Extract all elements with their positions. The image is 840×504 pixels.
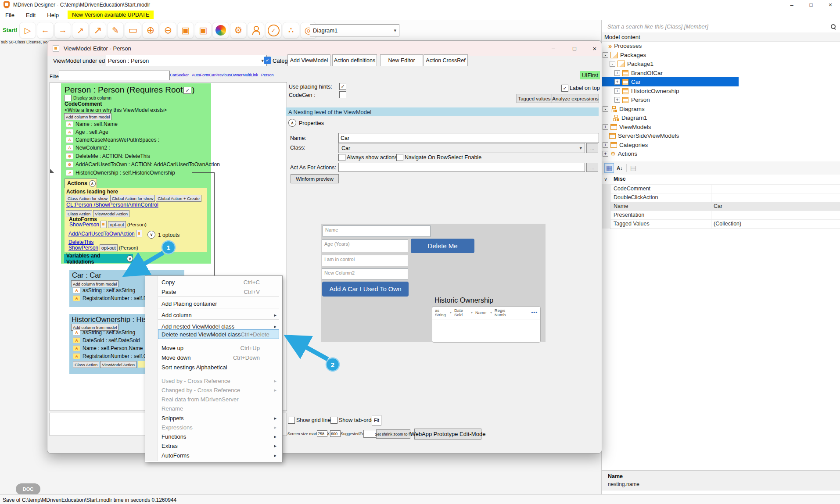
filter-icon[interactable] (470, 311, 473, 314)
codegen-checkbox[interactable] (339, 91, 346, 98)
user-link-icon[interactable] (248, 22, 264, 39)
historic-row-name[interactable]: Name : self.Person.Name (73, 345, 143, 351)
set-shrink-zoom-button[interactable]: Set shrink zoom to fit (376, 429, 410, 439)
tree-expander[interactable]: - (603, 52, 608, 58)
tree-item-categories[interactable]: +Categories (603, 140, 648, 150)
filter-icon[interactable] (490, 311, 492, 314)
grid-row-codecomment[interactable]: CodeComment (614, 184, 650, 193)
menu-used-by-crossref[interactable]: Used by - Cross Reference▸ (157, 376, 281, 385)
sort-az-icon[interactable]: A↓ (615, 164, 624, 172)
tree-expander[interactable]: + (603, 151, 608, 157)
search-icon[interactable] (831, 24, 836, 29)
add-column-from-model-button[interactable]: Add column from model (71, 280, 118, 287)
viewmodel-under-edit-combo[interactable]: Person : Person (105, 55, 267, 66)
form-doc-icon[interactable] (136, 230, 142, 237)
frame-select-icon[interactable] (125, 22, 141, 39)
menu-add-nested-viewmodel-class[interactable]: Add nested ViewModel class▸ (157, 322, 281, 331)
opt-out-button[interactable]: opt-out (108, 221, 126, 228)
tree-expander[interactable]: + (614, 97, 620, 103)
run-icon[interactable] (19, 22, 36, 39)
person-row-deleteme[interactable]: DeleteMe : ACTION: DeleteThis (66, 153, 150, 159)
menu-rename[interactable]: Rename (157, 404, 281, 413)
add-a-car-button[interactable]: Add A Car I Used To Own (322, 282, 409, 297)
chevron-down-icon[interactable]: ∨ (604, 176, 607, 182)
menu-move-up[interactable]: Move upCtrl+Up (157, 343, 281, 352)
table-menu-dots[interactable]: ••• (531, 310, 538, 315)
collapse-actions-icon[interactable] (89, 180, 96, 187)
grid-row-doubleclickaction[interactable]: DoubleClickAction (614, 193, 658, 202)
tree-expander[interactable]: + (614, 70, 620, 76)
menu-sort-nestings[interactable]: Sort nestings Alphabetical (157, 363, 281, 372)
collapse-properties-icon[interactable] (288, 119, 296, 127)
categorized-icon[interactable]: ▦ (604, 163, 614, 173)
doc-button[interactable]: DOC (16, 483, 40, 495)
filter-input[interactable] (59, 71, 170, 80)
zoom-out-icon[interactable] (160, 22, 176, 39)
color-wheel-icon[interactable] (212, 22, 229, 39)
person-row-historicownership[interactable]: HistoricOwnership : self.HistoricOwnersh… (66, 170, 175, 176)
menu-move-down[interactable]: Move downCtrl+Down (157, 353, 281, 362)
tree-expander[interactable]: + (614, 79, 620, 85)
tree-item-packages[interactable]: -Packages (603, 50, 646, 60)
menu-file[interactable]: File (3, 12, 17, 18)
tree-item-person[interactable]: +Person (614, 95, 650, 104)
name-input[interactable] (338, 133, 599, 143)
minimize-button[interactable]: – (782, 0, 801, 10)
nodes-icon[interactable] (283, 22, 299, 39)
menu-autoforms[interactable]: AutoForms▸ (157, 451, 281, 460)
back-icon[interactable] (37, 22, 54, 39)
action-crossref-button[interactable]: Action CrossRef (424, 54, 468, 66)
col-asstring[interactable]: as String (435, 308, 449, 317)
zoom-in-icon[interactable] (142, 22, 159, 39)
grid-row-taggedvalues-value[interactable]: (Collection) (714, 219, 741, 228)
preview-control-field[interactable]: I am in control (322, 255, 408, 266)
uifirst-badge[interactable]: UIFirst (580, 71, 600, 79)
action-definitions-button[interactable]: Action definitions (332, 54, 377, 66)
validate-icon[interactable] (265, 22, 282, 39)
preview-newcolumn2-field[interactable]: New Column2 (322, 268, 408, 279)
webapp-prototype-button[interactable]: WebApp Prototype Edit-Mode (414, 429, 481, 440)
categ-checkbox[interactable] (264, 57, 271, 64)
viewmodel-window-icon[interactable] (177, 22, 194, 39)
viewmodel-action-button[interactable]: ViewModel Action (93, 210, 129, 217)
menu-changed-by-crossref[interactable]: Changed by - Cross Reference▸ (157, 386, 281, 394)
menu-add-column[interactable]: Add column▸ (157, 311, 281, 319)
class-combo[interactable]: Car (338, 143, 585, 153)
tree-expander[interactable]: - (603, 106, 608, 112)
navigate-rowselect-checkbox[interactable] (396, 154, 403, 161)
tree-item-historicownership[interactable]: +HistoricOwnership (614, 86, 679, 96)
analyze-expressions-button[interactable]: Analyze expressions (552, 94, 599, 103)
person-row-name[interactable]: Name : self.Name (66, 121, 118, 127)
showperson2-link[interactable]: ShowPerson (68, 245, 98, 251)
winform-preview-button[interactable]: Winform preview (291, 174, 339, 183)
show-grid-lines-checkbox[interactable] (288, 417, 295, 424)
menu-add-placing-container[interactable]: Add Placing container (157, 299, 281, 308)
menu-delete-nested-viewmodel-class[interactable]: Delete nested ViewModel classCtrl+Delete (157, 330, 281, 339)
dialog-minimize-button[interactable]: – (546, 43, 561, 54)
person-row-age[interactable]: Age : self.Age (66, 129, 108, 135)
variables-validations-bar[interactable]: Variables and Validations (64, 254, 133, 263)
dialog-close-button[interactable]: × (587, 43, 602, 54)
tree-item-car[interactable]: +Car (614, 77, 641, 86)
resize-marker-icon[interactable] (50, 169, 54, 173)
tagged-values-button[interactable]: Tagged values (517, 94, 552, 103)
menu-functions[interactable]: Functions▸ (157, 432, 281, 441)
grid-row-name-value[interactable]: Car (714, 202, 722, 211)
tree-item-viewmodels[interactable]: +ViewModels (603, 122, 651, 132)
settings-gears-icon[interactable] (230, 22, 247, 39)
viewmodel-action-button[interactable]: ViewModel Action (100, 361, 136, 368)
cl-person-link[interactable]: CL:Person /ShowPersonIAmInControl (66, 202, 158, 208)
update-badge[interactable]: New Version available UPDATE (68, 11, 154, 19)
global-action-for-show-button[interactable]: Global Action for show (110, 195, 155, 202)
maximize-button[interactable]: □ (801, 0, 821, 10)
historic-row-asstring[interactable]: asString : self.asString (73, 329, 135, 336)
col-regnumber[interactable]: Regis Numb (495, 308, 510, 317)
link-person[interactable]: Person (261, 73, 274, 77)
menu-help[interactable]: Help (44, 12, 61, 18)
menu-real-data[interactable]: Real data from MDrivenServer (157, 395, 281, 404)
add-column-from-model-button[interactable]: Add column from model (64, 113, 111, 120)
label-on-top-checkbox[interactable] (561, 85, 568, 92)
delete-me-button[interactable]: Delete Me (411, 239, 474, 253)
tree-item-brandofcar[interactable]: +BrandOfCar (614, 68, 663, 78)
historic-ownership-table[interactable]: as String Date Sold Name Regis Numb ••• (432, 306, 541, 343)
